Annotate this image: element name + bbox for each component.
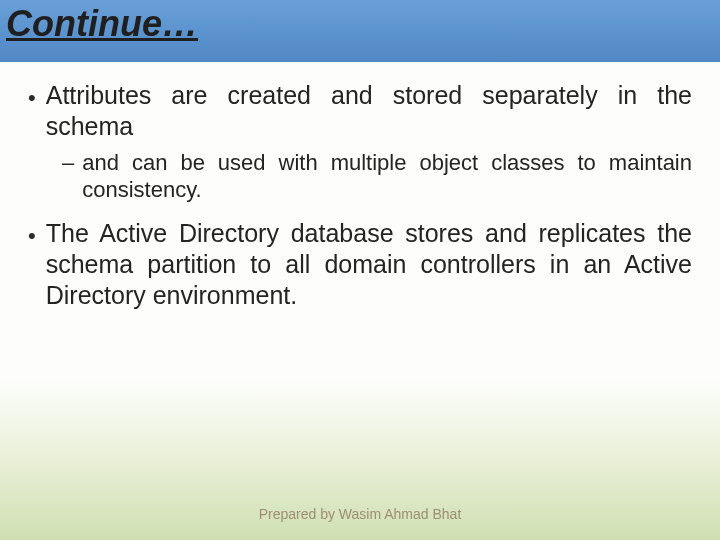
sub-bullet-text: and can be used with multiple object cla… — [82, 149, 692, 204]
bullet-text: The Active Directory database stores and… — [46, 218, 692, 312]
dash-marker: – — [62, 149, 74, 177]
bullet-text: Attributes are created and stored separa… — [46, 80, 692, 143]
slide: Continue… • Attributes are created and s… — [0, 0, 720, 540]
bullet-marker: • — [28, 220, 36, 252]
slide-title: Continue… — [6, 4, 198, 44]
bullet-marker: • — [28, 82, 36, 114]
footer-text: Prepared by Wasim Ahmad Bhat — [0, 506, 720, 522]
sub-bullet-item: – and can be used with multiple object c… — [62, 149, 692, 204]
bullet-item: • Attributes are created and stored sepa… — [28, 80, 692, 143]
bullet-item: • The Active Directory database stores a… — [28, 218, 692, 312]
slide-content: • Attributes are created and stored sepa… — [28, 80, 692, 317]
